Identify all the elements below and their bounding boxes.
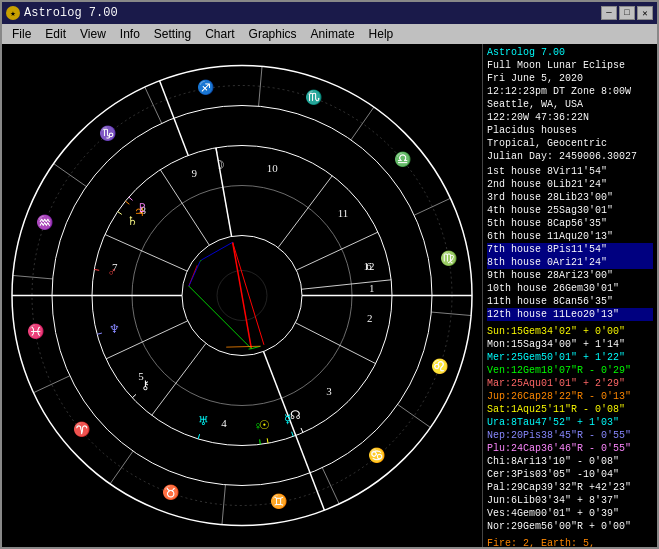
planet-item: Jup:26Cap28'22"R - 0'13" [487,390,653,403]
menu-chart[interactable]: Chart [199,26,240,42]
astrology-chart [3,44,481,547]
planet-item: Chi:8Ari13'10" - 0'08" [487,455,653,468]
house-item: 5th house 8Cap56'35" [487,217,653,230]
menu-animate[interactable]: Animate [305,26,361,42]
menu-help[interactable]: Help [363,26,400,42]
title-bar-controls: ─ □ ✕ [601,6,653,20]
house-item: 2nd house 0Lib21'24" [487,178,653,191]
planet-item: Jun:6Lib03'34" + 8'37" [487,494,653,507]
planet-item: Pal:29Cap39'32"R +42'23" [487,481,653,494]
house-item: 10th house 26Gem30'01" [487,282,653,295]
menu-bar: File Edit View Info Setting Chart Graphi… [2,24,657,44]
menu-edit[interactable]: Edit [39,26,72,42]
house-section: 1st house 8Vir11'54"2nd house 0Lib21'24"… [487,165,653,321]
menu-graphics[interactable]: Graphics [243,26,303,42]
window-frame: ★ Astrolog 7.00 ─ □ ✕ File Edit View Inf… [0,0,659,549]
content-area: Astrolog 7.00 Full Moon Lunar Eclipse Fr… [2,44,657,547]
menu-info[interactable]: Info [114,26,146,42]
element-item: Fire: 2, Earth: 5, [487,537,653,547]
planet-item: Ven:12Gem18'07"R - 0'29" [487,364,653,377]
planet-item: Sun:15Gem34'02" + 0'00" [487,325,653,338]
planet-item: Nep:20Pis38'45"R - 0'55" [487,429,653,442]
chart-area [2,44,482,547]
planet-item: Cer:3Pis03'05" -10'04" [487,468,653,481]
maximize-button[interactable]: □ [619,6,635,20]
info-app-title: Astrolog 7.00 [487,46,653,59]
planet-item: Sat:1Aqu25'11"R - 0'08" [487,403,653,416]
planet-item: Ves:4Gem00'01" + 0'39" [487,507,653,520]
info-system: Tropical, Geocentric [487,137,653,150]
house-item: 7th house 8Pis11'54" [487,243,653,256]
planet-item: Mon:15Sag34'00" + 1'14" [487,338,653,351]
app-icon: ★ [6,6,20,20]
close-button[interactable]: ✕ [637,6,653,20]
planet-item: Nor:29Gem56'00"R + 0'00" [487,520,653,533]
house-item: 6th house 11Aqu20'13" [487,230,653,243]
menu-view[interactable]: View [74,26,112,42]
window-title: Astrolog 7.00 [24,6,118,20]
planet-section: Sun:15Gem34'02" + 0'00"Mon:15Sag34'00" +… [487,325,653,533]
title-bar-left: ★ Astrolog 7.00 [6,6,118,20]
info-panel: Astrolog 7.00 Full Moon Lunar Eclipse Fr… [482,44,657,547]
info-julian: Julian Day: 2459006.30027 [487,150,653,163]
menu-file[interactable]: File [6,26,37,42]
planet-item: Mer:25Gem50'01" + 1'22" [487,351,653,364]
house-item: 9th house 28Ari23'00" [487,269,653,282]
info-date: Fri June 5, 2020 [487,72,653,85]
house-item: 1st house 8Vir11'54" [487,165,653,178]
menu-setting[interactable]: Setting [148,26,197,42]
planet-item: Mar:25Aqu01'01" + 2'29" [487,377,653,390]
house-item: 12th house 11Leo20'13" [487,308,653,321]
info-location: Seattle, WA, USA [487,98,653,111]
house-item: 11th house 8Can56'35" [487,295,653,308]
house-item: 4th house 25Sag30'01" [487,204,653,217]
minimize-button[interactable]: ─ [601,6,617,20]
info-houses: Placidus houses [487,124,653,137]
planet-item: Plu:24Cap36'46"R - 0'55" [487,442,653,455]
info-time: 12:12:23pm DT Zone 8:00W [487,85,653,98]
house-item: 8th house 0Ari21'24" [487,256,653,269]
info-coords: 122:20W 47:36:22N [487,111,653,124]
planet-item: Ura:8Tau47'52" + 1'03" [487,416,653,429]
title-bar: ★ Astrolog 7.00 ─ □ ✕ [2,2,657,24]
elements-section: Fire: 2, Earth: 5,Air : 6, Water: 3Car: … [487,537,653,547]
info-event: Full Moon Lunar Eclipse [487,59,653,72]
house-item: 3rd house 28Lib23'00" [487,191,653,204]
